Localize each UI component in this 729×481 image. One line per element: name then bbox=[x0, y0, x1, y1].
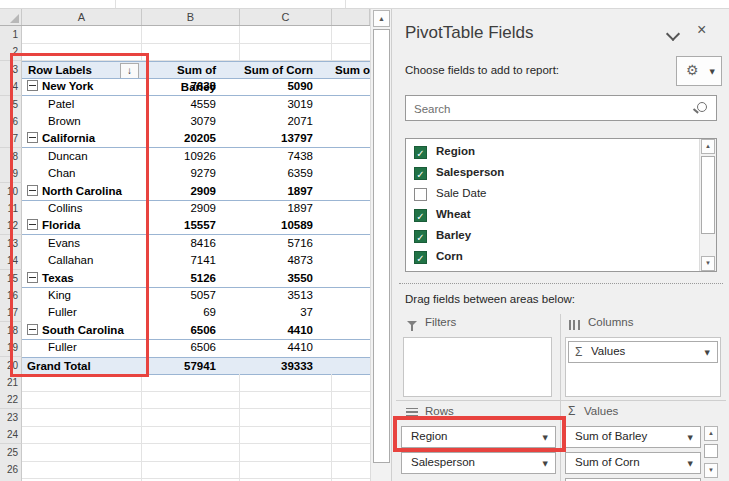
cell[interactable]: Sum o bbox=[332, 62, 370, 78]
cell[interactable]: 5716 bbox=[240, 235, 332, 253]
cell[interactable] bbox=[332, 130, 370, 147]
cell[interactable]: 2909 bbox=[142, 200, 240, 218]
cell[interactable]: 9279 bbox=[142, 165, 240, 183]
chevron-down-icon[interactable] bbox=[666, 27, 680, 41]
row-header[interactable]: 6 bbox=[0, 113, 22, 131]
cell[interactable] bbox=[142, 461, 240, 479]
cell[interactable] bbox=[142, 444, 240, 462]
cell[interactable]: 7638 bbox=[142, 78, 240, 95]
cell[interactable]: 39333 bbox=[240, 358, 332, 374]
cell[interactable]: 1897 bbox=[240, 200, 332, 218]
checkbox-checked[interactable]: ✓ bbox=[414, 230, 427, 243]
cell[interactable]: 6359 bbox=[240, 165, 332, 183]
row-header[interactable]: 13 bbox=[0, 235, 22, 253]
cell[interactable] bbox=[332, 426, 370, 444]
cell[interactable]: Fuller bbox=[22, 304, 142, 322]
row-header[interactable]: 26 bbox=[0, 461, 22, 479]
cell[interactable]: Chan bbox=[22, 165, 142, 183]
row-header[interactable]: 7 bbox=[0, 130, 22, 148]
cell[interactable] bbox=[332, 78, 370, 95]
cell[interactable] bbox=[332, 358, 370, 374]
cell[interactable] bbox=[332, 409, 370, 427]
row-header[interactable]: 20 bbox=[0, 357, 22, 375]
scrollbar-thumb[interactable] bbox=[373, 29, 390, 463]
cell[interactable]: 5090 bbox=[240, 78, 332, 95]
cell[interactable]: 2071 bbox=[240, 113, 332, 131]
cell[interactable] bbox=[332, 113, 370, 131]
filters-drop-area[interactable] bbox=[403, 337, 552, 397]
scrollbar-thumb[interactable] bbox=[704, 444, 718, 458]
collapse-minus-icon[interactable] bbox=[27, 132, 38, 143]
row-header[interactable]: 22 bbox=[0, 391, 22, 409]
cell[interactable] bbox=[240, 444, 332, 462]
cell[interactable]: California bbox=[22, 130, 142, 147]
cell[interactable]: 10589 bbox=[240, 217, 332, 234]
cell[interactable] bbox=[22, 43, 142, 61]
cell[interactable] bbox=[22, 409, 142, 427]
collapse-minus-icon[interactable] bbox=[27, 80, 38, 91]
row-header[interactable]: 21 bbox=[0, 374, 22, 392]
checkbox-checked[interactable]: ✓ bbox=[414, 167, 427, 180]
row-header[interactable]: 16 bbox=[0, 287, 22, 305]
cell[interactable]: Texas bbox=[22, 270, 142, 287]
checkbox-checked[interactable]: ✓ bbox=[414, 146, 427, 159]
cell[interactable]: 20205 bbox=[142, 130, 240, 147]
cell[interactable] bbox=[332, 43, 370, 61]
field-list-scrollbar[interactable]: ▲ ▼ bbox=[699, 139, 716, 271]
row-header[interactable]: 4 bbox=[0, 78, 22, 96]
cell[interactable] bbox=[240, 374, 332, 392]
row-header[interactable]: 8 bbox=[0, 148, 22, 166]
cell[interactable]: New York bbox=[22, 78, 142, 95]
cell[interactable] bbox=[22, 391, 142, 409]
values-scrollbar[interactable]: ▲ ▼ bbox=[703, 426, 720, 478]
cell[interactable] bbox=[332, 391, 370, 409]
select-all-corner[interactable] bbox=[0, 9, 22, 25]
row-header[interactable]: 18 bbox=[0, 322, 22, 340]
field-item-salesperson[interactable]: ✓Salesperson bbox=[406, 163, 696, 184]
cell[interactable]: Sum of Barley bbox=[142, 62, 240, 78]
cell[interactable]: 5057 bbox=[142, 287, 240, 305]
column-header-A[interactable]: A bbox=[22, 9, 142, 25]
cell[interactable] bbox=[240, 426, 332, 444]
cell[interactable]: 10926 bbox=[142, 148, 240, 166]
cell[interactable]: Grand Total bbox=[22, 358, 142, 374]
cell[interactable] bbox=[332, 461, 370, 479]
cell[interactable]: Duncan bbox=[22, 148, 142, 166]
cell[interactable] bbox=[240, 409, 332, 427]
row-header[interactable]: 1 bbox=[0, 26, 22, 44]
cell[interactable]: 7438 bbox=[240, 148, 332, 166]
cell[interactable]: South Carolina bbox=[22, 322, 142, 339]
cell[interactable]: 3513 bbox=[240, 287, 332, 305]
cell[interactable] bbox=[332, 339, 370, 357]
row-header[interactable]: 5 bbox=[0, 96, 22, 114]
row-header[interactable]: 11 bbox=[0, 200, 22, 218]
cell[interactable]: 7141 bbox=[142, 252, 240, 270]
row-header[interactable]: 19 bbox=[0, 339, 22, 357]
values-field-sum-of-corn[interactable]: Sum of Corn▼ bbox=[565, 452, 701, 474]
row-header[interactable]: 25 bbox=[0, 444, 22, 462]
collapse-minus-icon[interactable] bbox=[27, 324, 38, 335]
cell[interactable]: 4410 bbox=[240, 322, 332, 339]
field-item-corn[interactable]: ✓Corn bbox=[406, 247, 696, 268]
cell[interactable]: Collins bbox=[22, 200, 142, 218]
field-item-wheat[interactable]: ✓Wheat bbox=[406, 205, 696, 226]
cell[interactable] bbox=[142, 426, 240, 444]
columns-field-values[interactable]: ΣValues▼ bbox=[568, 341, 718, 363]
cell[interactable]: 3550 bbox=[240, 270, 332, 287]
cell[interactable]: 3079 bbox=[142, 113, 240, 131]
collapse-minus-icon[interactable] bbox=[27, 219, 38, 230]
field-item-sale-date[interactable]: Sale Date bbox=[406, 184, 696, 205]
cell[interactable]: 4410 bbox=[240, 339, 332, 357]
scroll-up-button[interactable]: ▲ bbox=[701, 139, 715, 154]
cell[interactable] bbox=[332, 165, 370, 183]
column-header-C[interactable]: C bbox=[240, 9, 332, 25]
cell[interactable]: 13797 bbox=[240, 130, 332, 147]
cell[interactable]: 6506 bbox=[142, 339, 240, 357]
cell[interactable] bbox=[332, 374, 370, 392]
checkbox-unchecked[interactable] bbox=[414, 188, 427, 201]
tools-gear-button[interactable]: ⚙ ▼ bbox=[676, 56, 722, 86]
cell[interactable] bbox=[142, 409, 240, 427]
cell[interactable]: Brown bbox=[22, 113, 142, 131]
cell[interactable] bbox=[22, 26, 142, 44]
cell[interactable]: 5126 bbox=[142, 270, 240, 287]
